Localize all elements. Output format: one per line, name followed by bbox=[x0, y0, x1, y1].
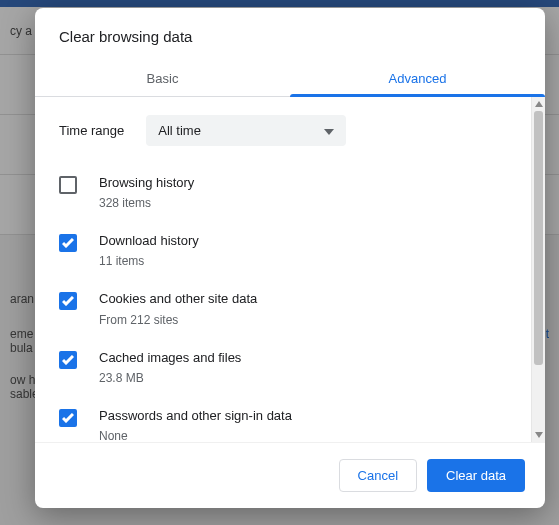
dialog-title: Clear browsing data bbox=[35, 8, 545, 61]
item-download-history: Download history 11 items bbox=[59, 222, 507, 280]
item-browsing-history: Browsing history 328 items bbox=[59, 164, 507, 222]
checkbox-cookies[interactable] bbox=[59, 292, 77, 310]
checkbox-download-history[interactable] bbox=[59, 234, 77, 252]
clear-browsing-data-dialog: Clear browsing data Basic Advanced Time … bbox=[35, 8, 545, 508]
scrollbar-track[interactable] bbox=[532, 111, 545, 428]
item-cache: Cached images and files 23.8 MB bbox=[59, 339, 507, 397]
item-title: Cached images and files bbox=[99, 349, 241, 367]
item-subtitle: 11 items bbox=[99, 252, 199, 270]
scroll-down-icon[interactable] bbox=[532, 428, 545, 442]
checkbox-browsing-history[interactable] bbox=[59, 176, 77, 194]
checkbox-cache[interactable] bbox=[59, 351, 77, 369]
item-subtitle: 328 items bbox=[99, 194, 194, 212]
item-subtitle: From 212 sites bbox=[99, 311, 257, 329]
dialog-content: Time range All time Browsing history 328… bbox=[35, 97, 531, 442]
clear-data-button[interactable]: Clear data bbox=[427, 459, 525, 492]
scrollbar-thumb[interactable] bbox=[534, 111, 543, 365]
cancel-button[interactable]: Cancel bbox=[339, 459, 417, 492]
time-range-value: All time bbox=[158, 123, 201, 138]
time-range-select[interactable]: All time bbox=[146, 115, 346, 146]
checkbox-passwords[interactable] bbox=[59, 409, 77, 427]
item-title: Download history bbox=[99, 232, 199, 250]
item-subtitle: 23.8 MB bbox=[99, 369, 241, 387]
item-title: Passwords and other sign-in data bbox=[99, 407, 292, 425]
item-cookies: Cookies and other site data From 212 sit… bbox=[59, 280, 507, 338]
scroll-up-icon[interactable] bbox=[532, 97, 545, 111]
tab-basic[interactable]: Basic bbox=[35, 61, 290, 96]
dialog-tabs: Basic Advanced bbox=[35, 61, 545, 97]
time-range-label: Time range bbox=[59, 123, 124, 138]
item-passwords: Passwords and other sign-in data None bbox=[59, 397, 507, 442]
item-title: Browsing history bbox=[99, 174, 194, 192]
scrollbar[interactable] bbox=[531, 97, 545, 442]
chevron-down-icon bbox=[324, 123, 334, 138]
item-subtitle: None bbox=[99, 427, 292, 442]
dialog-footer: Cancel Clear data bbox=[35, 442, 545, 508]
tab-advanced[interactable]: Advanced bbox=[290, 61, 545, 96]
item-title: Cookies and other site data bbox=[99, 290, 257, 308]
